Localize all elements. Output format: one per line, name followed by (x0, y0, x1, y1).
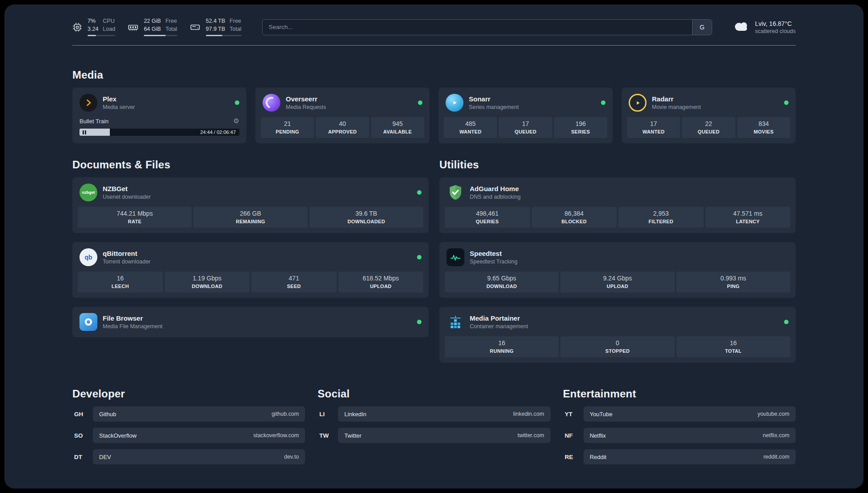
stat-label: RUNNING (447, 348, 557, 354)
stat-pending: 21 PENDING (261, 117, 314, 138)
stat-value: 16 (447, 339, 557, 347)
service-card-nzbget[interactable]: nzbget NZBGet Usenet downloader 744.21 M… (72, 177, 429, 233)
stat-label: QUEUED (684, 129, 733, 134)
stat-label: RATE (79, 219, 190, 224)
section-title-documents: Documents & Files (72, 159, 429, 171)
bookmark-linkedin[interactable]: LI LinkedIn linkedin.com (317, 406, 550, 422)
stat-label: DOWNLOADED (311, 219, 421, 224)
service-subtitle: Media Requests (286, 104, 326, 110)
bookmark-stackoverflow[interactable]: SO StackOverflow stackoverflow.com (72, 428, 305, 443)
stat-filtered: 2,953 FILTERED (618, 207, 704, 228)
service-subtitle: Media File Management (103, 323, 163, 330)
stat-series: 196 SERIES (554, 117, 607, 138)
bookmark-twitter[interactable]: TW Twitter twitter.com (317, 428, 550, 443)
cpu-progressbar (88, 35, 115, 36)
stat-queued: 22 QUEUED (682, 117, 735, 138)
service-subtitle: DNS and adblocking (470, 194, 521, 200)
bookmark-abbr: GH (72, 406, 93, 422)
cpu-loadavg: 3.24 (88, 26, 98, 33)
stat-label: REMAINING (195, 219, 305, 224)
service-name: Sonarr (469, 95, 519, 103)
section-title-utilities: Utilities (439, 159, 796, 171)
service-card-plex[interactable]: Plex Media server Bullet Train ⚙ (72, 88, 246, 143)
bookmark-domain: youtube.com (757, 411, 789, 417)
service-card-qbittorrent[interactable]: qb qBittorrent Torrent downloader 16 LEE… (72, 242, 429, 298)
disk-icon (190, 22, 200, 33)
bookmark-name: Github (99, 411, 116, 418)
stat-value: 498,461 (447, 210, 528, 217)
status-dot (784, 320, 789, 324)
stat-rate: 744.21 Mbps RATE (78, 207, 192, 228)
gear-icon[interactable]: ⚙ (234, 117, 239, 125)
service-card-overseerr[interactable]: Overseerr Media Requests 21 PENDING 40 A… (255, 88, 430, 143)
service-card-adguard[interactable]: AdGuard Home DNS and adblocking 498,461 … (439, 177, 796, 233)
bookmark-abbr: RE (563, 449, 584, 464)
stat-value: 16 (678, 339, 789, 347)
stat-label: TOTAL (678, 348, 789, 354)
service-card-portainer[interactable]: Media Portainer Container management 16 … (439, 307, 796, 363)
stat-label: PENDING (263, 129, 312, 134)
playback-progressbar[interactable]: 24:44 / 02:06:47 (79, 129, 239, 136)
cpu-icon (72, 22, 82, 32)
bookmark-abbr: SO (72, 428, 93, 443)
filebrowser-icon (79, 313, 97, 331)
bookmark-name: LinkedIn (344, 411, 366, 418)
stat-label: APPROVED (317, 129, 367, 134)
speedtest-icon (447, 248, 464, 266)
stat-available: 945 AVAILABLE (371, 117, 424, 138)
service-name: Overseerr (286, 95, 326, 103)
service-card-filebrowser[interactable]: File Browser Media File Management (72, 307, 429, 337)
dashboard: 7% 3.24 CPU Load (4, 4, 864, 489)
disk-widget: 52.4 TB 97.9 TB Free Total (190, 18, 242, 36)
portainer-icon (447, 313, 464, 331)
bookmark-youtube[interactable]: YT YouTube youtube.com (563, 406, 796, 422)
bookmark-group-entertainment: Entertainment YT YouTube youtube.com NF … (563, 388, 796, 471)
search-input[interactable] (263, 20, 692, 35)
bookmark-domain: dev.to (284, 454, 299, 460)
stat-label: UPLOAD (340, 284, 422, 289)
service-subtitle: Speedtest Tracking (470, 259, 517, 265)
pause-icon[interactable] (83, 130, 86, 134)
bookmark-reddit[interactable]: RE Reddit reddit.com (563, 449, 796, 464)
stat-value: 485 (446, 120, 495, 127)
stat-value: 471 (253, 275, 335, 282)
status-dot (417, 190, 421, 195)
bookmark-netflix[interactable]: NF Netflix netflix.com (563, 428, 796, 443)
service-name: NZBGet (103, 185, 151, 192)
service-name: Radarr (652, 95, 701, 103)
stat-label: DOWNLOAD (167, 284, 248, 289)
status-dot (418, 100, 422, 105)
stat-running: 16 RUNNING (445, 336, 559, 357)
stat-blocked: 86,384 BLOCKED (532, 207, 617, 228)
bookmark-name: DEV (99, 454, 111, 460)
service-card-speedtest[interactable]: Speedtest Speedtest Tracking 9.65 Gbps D… (439, 242, 796, 298)
bookmark-github[interactable]: GH Github github.com (72, 406, 305, 422)
stat-movies: 834 MOVIES (737, 117, 790, 138)
cpu-label-1: CPU (103, 18, 115, 25)
bookmark-abbr: YT (563, 406, 584, 422)
plex-now-playing: Bullet Train ⚙ 24:44 / 02:06:47 (78, 117, 241, 136)
weather-condition: scattered clouds (755, 28, 796, 34)
stat-label: SEED (253, 284, 335, 289)
stat-value: 1.19 Gbps (167, 275, 248, 282)
bookmark-domain: github.com (271, 411, 299, 417)
stat-value: 0.993 ms (678, 275, 789, 282)
bookmark-domain: twitter.com (517, 432, 544, 439)
stat-value: 2,953 (620, 210, 702, 217)
bookmark-name: Twitter (344, 432, 361, 439)
search-provider-button[interactable]: G (692, 20, 712, 35)
stat-queued: 17 QUEUED (499, 117, 552, 138)
service-card-sonarr[interactable]: Sonarr Series management 485 WANTED 17 Q… (438, 88, 613, 143)
stat-value: 196 (556, 120, 605, 127)
cpu-label-2: Load (103, 26, 115, 33)
stat-label: STOPPED (562, 348, 672, 354)
stat-value: 16 (79, 275, 161, 282)
section-title-developer: Developer (72, 388, 305, 400)
playback-time: 24:44 / 02:06:47 (200, 129, 236, 136)
stat-total: 16 TOTAL (676, 336, 790, 357)
bookmark-dev[interactable]: DT DEV dev.to (72, 449, 305, 464)
service-subtitle: Movie management (652, 104, 701, 110)
memory-label-2: Total (165, 26, 177, 33)
service-card-radarr[interactable]: Radarr Movie management 17 WANTED 22 QUE… (622, 88, 796, 143)
stat-value: 40 (317, 120, 367, 127)
